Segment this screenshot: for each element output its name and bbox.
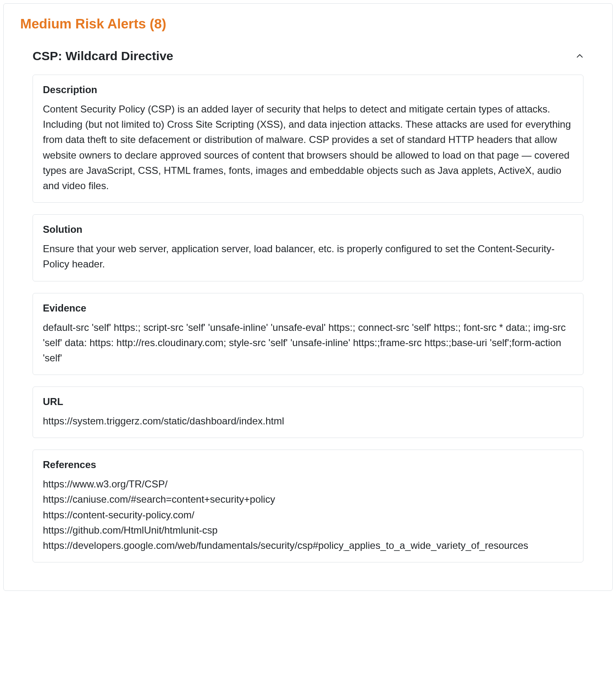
risk-alerts-panel: Medium Risk Alerts (8) CSP: Wildcard Dir…	[3, 3, 613, 591]
url-card: URL https://system.triggerz.com/static/d…	[33, 386, 583, 438]
solution-card: Solution Ensure that your web server, ap…	[33, 214, 583, 281]
references-body: https://www.w3.org/TR/CSP/https://canius…	[43, 476, 573, 553]
url-body: https://system.triggerz.com/static/dashb…	[43, 413, 573, 429]
references-heading: References	[43, 459, 573, 471]
description-heading: Description	[43, 84, 573, 96]
alert-header-toggle[interactable]: CSP: Wildcard Directive	[33, 49, 583, 63]
description-card: Description Content Security Policy (CSP…	[33, 75, 583, 203]
solution-body: Ensure that your web server, application…	[43, 241, 573, 272]
description-body: Content Security Policy (CSP) is an adde…	[43, 101, 573, 193]
reference-link: https://developers.google.com/web/fundam…	[43, 538, 573, 553]
url-heading: URL	[43, 396, 573, 408]
solution-heading: Solution	[43, 224, 573, 235]
alert-block: CSP: Wildcard Directive Description Cont…	[20, 49, 596, 562]
section-title: Medium Risk Alerts (8)	[20, 16, 596, 32]
references-card: References https://www.w3.org/TR/CSP/htt…	[33, 450, 583, 562]
reference-link: https://github.com/HtmlUnit/htmlunit-csp	[43, 522, 573, 538]
evidence-body: default-src 'self' https:; script-src 's…	[43, 320, 573, 366]
reference-link: https://content-security-policy.com/	[43, 507, 573, 522]
evidence-heading: Evidence	[43, 302, 573, 314]
alert-title: CSP: Wildcard Directive	[33, 49, 173, 63]
chevron-up-icon	[576, 52, 583, 60]
reference-link: https://www.w3.org/TR/CSP/	[43, 476, 573, 492]
evidence-card: Evidence default-src 'self' https:; scri…	[33, 293, 583, 375]
reference-link: https://caniuse.com/#search=content+secu…	[43, 492, 573, 507]
